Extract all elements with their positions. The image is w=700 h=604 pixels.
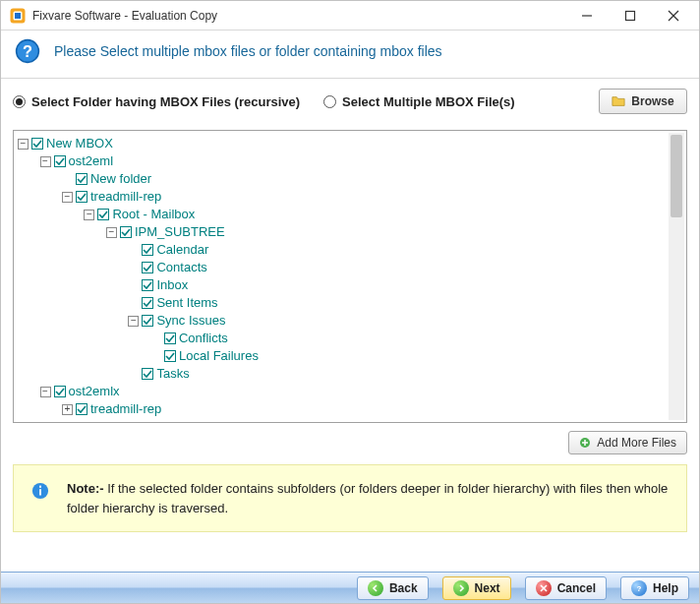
help-circle-icon: ?	[631, 580, 647, 596]
radio-icon	[323, 95, 336, 108]
expander-placeholder	[128, 369, 139, 380]
tree-node[interactable]: −Sync Issues	[18, 312, 686, 330]
window-title: Fixvare Software - Evaluation Copy	[32, 9, 565, 23]
tree-label: treadmill-rep	[90, 400, 161, 418]
option-row: Select Folder having MBOX Files (recursi…	[1, 79, 699, 124]
folder-icon	[612, 94, 625, 108]
tree-node[interactable]: Tasks	[18, 365, 686, 383]
tree-label: Inbox	[156, 276, 188, 294]
instruction-text: Please Select multiple mbox files or fol…	[54, 43, 442, 59]
tree-node[interactable]: −treadmill-rep	[18, 188, 686, 206]
checkbox[interactable]	[142, 297, 153, 309]
checkbox[interactable]	[97, 209, 109, 220]
tree-node[interactable]: New folder	[18, 170, 686, 188]
scrollbar[interactable]	[669, 133, 684, 420]
tree-node[interactable]: Sent Items	[18, 294, 686, 312]
checkbox[interactable]	[31, 138, 43, 150]
expander-icon[interactable]: −	[84, 210, 94, 220]
cancel-label: Cancel	[557, 581, 596, 595]
tree-node[interactable]: Conflicts	[18, 330, 686, 347]
tree-label: Root - Mailbox	[112, 206, 195, 223]
back-label: Back	[389, 581, 418, 595]
tree-label: New folder	[90, 170, 151, 188]
tree-label: Tasks	[156, 365, 189, 383]
tree-node[interactable]: Calendar	[18, 241, 686, 259]
instruction-bar: ? Please Select multiple mbox files or f…	[1, 30, 699, 79]
expander-icon[interactable]: +	[62, 404, 73, 415]
addmore-label: Add More Files	[597, 436, 676, 450]
addmore-row: Add More Files	[1, 431, 699, 460]
tree-node[interactable]: Contacts	[18, 259, 686, 276]
tree-node[interactable]: −ost2emlx	[18, 383, 686, 400]
back-button[interactable]: Back	[357, 576, 429, 600]
next-label: Next	[475, 581, 500, 595]
checkbox[interactable]	[142, 262, 153, 273]
help-label: Help	[653, 581, 678, 595]
tree-label: IPM_SUBTREE	[135, 223, 225, 241]
tree-node[interactable]: +treadmill-rep	[18, 400, 686, 418]
svg-rect-13	[39, 489, 41, 495]
checkbox[interactable]	[76, 403, 88, 415]
checkbox[interactable]	[142, 315, 153, 327]
tree-label: Sync Issues	[156, 312, 225, 330]
expander-icon[interactable]: −	[40, 387, 51, 397]
expander-icon[interactable]: −	[18, 139, 29, 150]
tree-label: Calendar	[156, 241, 208, 259]
checkbox[interactable]	[76, 173, 88, 185]
tree-node[interactable]: −Root - Mailbox	[18, 206, 686, 223]
expander-placeholder	[62, 174, 73, 185]
radio-select-folder[interactable]: Select Folder having MBOX Files (recursi…	[13, 94, 300, 109]
maximize-button[interactable]	[609, 1, 652, 30]
checkbox[interactable]	[76, 191, 88, 203]
checkbox[interactable]	[142, 244, 153, 256]
tree-node[interactable]: Inbox	[18, 276, 686, 294]
checkbox[interactable]	[54, 386, 66, 397]
svg-text:?: ?	[637, 584, 642, 593]
expander-icon[interactable]: −	[40, 156, 51, 167]
svg-rect-2	[15, 13, 21, 19]
checkbox[interactable]	[142, 279, 153, 291]
close-button[interactable]	[652, 1, 695, 30]
tree-label: ost2eml	[69, 152, 114, 170]
svg-rect-4	[626, 11, 635, 20]
note-text: Note:- If the selected folder contains s…	[67, 479, 669, 517]
checkbox[interactable]	[54, 155, 66, 167]
minimize-button[interactable]	[565, 1, 609, 30]
scrollbar-thumb[interactable]	[671, 135, 682, 217]
expander-icon[interactable]: −	[106, 227, 117, 238]
expander-placeholder	[128, 263, 139, 273]
tree-label: Local Failures	[179, 347, 259, 365]
svg-text:?: ?	[23, 42, 32, 60]
tree-label: treadmill-rep	[90, 188, 161, 206]
checkbox[interactable]	[142, 368, 153, 380]
tree-label: ost2emlx	[69, 383, 120, 400]
expander-icon[interactable]: −	[128, 316, 139, 327]
footer-bar: Back Next Cancel ? Help	[1, 572, 699, 603]
tree-label: Sent Items	[156, 294, 217, 312]
plus-icon	[579, 437, 591, 449]
expander-placeholder	[128, 245, 139, 256]
note-box: Note:- If the selected folder contains s…	[13, 464, 687, 532]
checkbox[interactable]	[164, 332, 176, 344]
cancel-button[interactable]: Cancel	[525, 576, 607, 600]
next-button[interactable]: Next	[442, 576, 511, 600]
tree-node[interactable]: −IPM_SUBTREE	[18, 223, 686, 241]
tree-node[interactable]: −ost2eml	[18, 152, 686, 170]
tree-node[interactable]: Local Failures	[18, 347, 686, 365]
expander-placeholder	[128, 280, 139, 291]
expander-placeholder	[150, 351, 161, 362]
add-more-files-button[interactable]: Add More Files	[568, 431, 687, 454]
radio-select-files[interactable]: Select Multiple MBOX File(s)	[323, 94, 515, 109]
expander-icon[interactable]: −	[62, 192, 73, 203]
app-window: Fixvare Software - Evaluation Copy ? Ple…	[0, 0, 700, 604]
browse-button[interactable]: Browse	[599, 89, 687, 114]
help-button[interactable]: ? Help	[620, 576, 689, 600]
tree-label: New MBOX	[46, 135, 113, 152]
radio-label: Select Multiple MBOX File(s)	[342, 94, 515, 109]
checkbox[interactable]	[164, 350, 176, 362]
tree-node[interactable]: −New MBOX	[18, 135, 686, 152]
tree-label: Contacts	[156, 259, 206, 276]
checkbox[interactable]	[120, 226, 132, 238]
cancel-icon	[536, 580, 552, 596]
next-arrow-icon	[453, 580, 469, 596]
